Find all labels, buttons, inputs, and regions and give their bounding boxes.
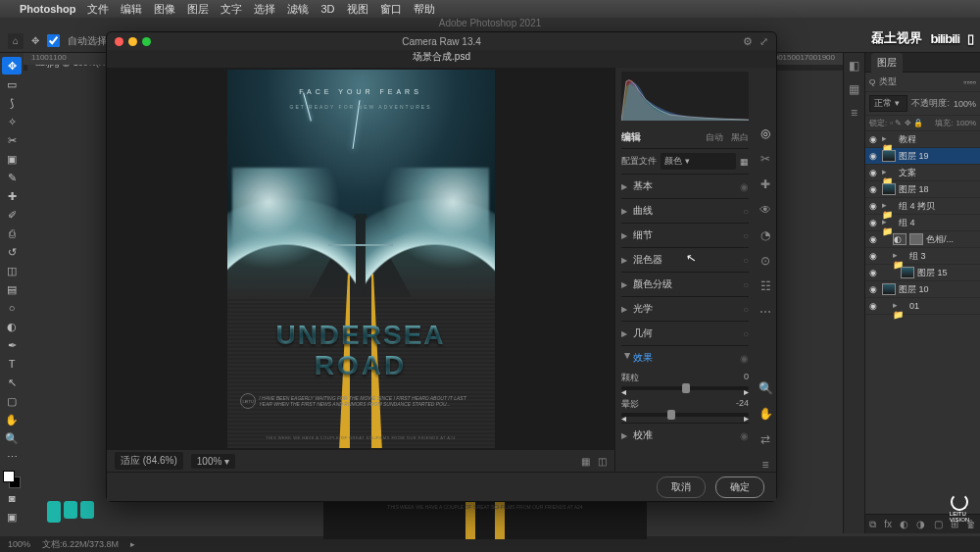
group-icon[interactable]: ▢ xyxy=(934,519,943,529)
layer-row[interactable]: ◉▸ 📁01 xyxy=(865,298,980,315)
menu-view[interactable]: 视图 xyxy=(347,2,368,17)
section-detail[interactable]: ▶细节○ xyxy=(621,223,749,247)
blur-tool[interactable]: ○ xyxy=(2,299,22,317)
visibility-icon[interactable]: ◉ xyxy=(867,201,879,211)
edit-tool-icon[interactable]: ◎ xyxy=(760,126,770,140)
history-brush-tool[interactable]: ↺ xyxy=(2,243,22,261)
menu-file[interactable]: 文件 xyxy=(87,2,109,17)
lasso-tool[interactable]: ⟆ xyxy=(2,94,22,112)
layer-row[interactable]: ◉图层 15 xyxy=(865,265,980,281)
crop-tool-icon[interactable]: ✂ xyxy=(760,152,770,166)
quickmask-tool[interactable]: ◙ xyxy=(2,489,22,507)
eye-icon[interactable]: ○ xyxy=(743,255,749,266)
pen-tool[interactable]: ✒ xyxy=(2,336,22,354)
bw-button[interactable]: 黑白 xyxy=(731,131,749,144)
section-basic[interactable]: ▶基本◉ xyxy=(621,174,749,198)
edit-toolbar[interactable]: ⋯ xyxy=(2,448,22,466)
eye-icon[interactable]: ◉ xyxy=(740,430,749,441)
layer-row[interactable]: ◉▸ 📁组 4 xyxy=(865,215,980,231)
profile-browse-icon[interactable]: ▦ xyxy=(740,157,749,167)
path-tool[interactable]: ↖ xyxy=(2,374,22,391)
eye-icon[interactable]: ○ xyxy=(743,279,749,290)
more-tool-icon[interactable]: ⋯ xyxy=(760,305,771,319)
eyedropper-tool[interactable]: ✎ xyxy=(2,169,22,186)
profile-dropdown[interactable]: 颜色 ▾ xyxy=(661,153,736,170)
status-zoom[interactable]: 100% xyxy=(8,539,30,549)
crop-tool[interactable]: ✂ xyxy=(2,131,22,149)
color-panel-icon[interactable]: ◧ xyxy=(849,59,859,73)
auto-button[interactable]: 自动 xyxy=(706,131,723,144)
vignette-slider[interactable]: ◂▸ xyxy=(621,413,749,417)
hand-icon[interactable]: ✋ xyxy=(759,407,773,421)
ok-button[interactable]: 确定 xyxy=(715,477,764,498)
history-panel-icon[interactable]: ≡ xyxy=(851,106,858,120)
layer-row[interactable]: ◉图层 19 xyxy=(865,148,980,165)
gradient-tool[interactable]: ▤ xyxy=(2,280,22,298)
layer-row[interactable]: ◉▸ 📁文案 xyxy=(865,165,980,181)
visibility-icon[interactable]: ◉ xyxy=(867,234,879,244)
layer-row[interactable]: ◉图层 18 xyxy=(865,181,980,198)
grain-value[interactable]: 0 xyxy=(744,372,749,384)
eye-icon[interactable]: ○ xyxy=(743,304,749,315)
vignette-value[interactable]: -24 xyxy=(736,398,749,411)
visibility-icon[interactable]: ◉ xyxy=(867,251,879,261)
menu-filter[interactable]: 滤镜 xyxy=(287,2,309,17)
menu-edit[interactable]: 编辑 xyxy=(121,2,142,17)
visibility-icon[interactable]: ◉ xyxy=(867,218,879,227)
swatches-panel-icon[interactable]: ▦ xyxy=(849,82,859,96)
fill-value[interactable]: 100% xyxy=(956,119,976,127)
type-tool[interactable]: T xyxy=(2,355,22,373)
craw-canvas[interactable]: FACE YOUR FEARS GET READY FOR NEW ADVENT… xyxy=(107,68,614,450)
opacity-value[interactable]: 100% xyxy=(954,99,976,109)
fit-zoom-dropdown[interactable]: 适应 (84.6%) xyxy=(115,452,183,470)
eye-icon[interactable]: ○ xyxy=(743,230,749,241)
hand-tool[interactable]: ✋ xyxy=(2,411,22,428)
screenmode-tool[interactable]: ▣ xyxy=(2,508,22,526)
histogram[interactable] xyxy=(621,72,749,121)
toggle-icon[interactable]: ⇄ xyxy=(760,432,770,446)
zoom-pct-dropdown[interactable]: 100% ▾ xyxy=(191,454,235,469)
eye-icon[interactable]: ○ xyxy=(743,206,749,217)
heal-tool-icon[interactable]: ✚ xyxy=(760,177,770,191)
brush-tool[interactable]: ✐ xyxy=(2,206,22,224)
visibility-icon[interactable]: ◉ xyxy=(867,168,879,177)
zoom-tool[interactable]: 🔍 xyxy=(2,429,22,447)
heal-tool[interactable]: ✚ xyxy=(2,187,22,205)
menu-window[interactable]: 窗口 xyxy=(380,2,402,17)
mask-tool-icon[interactable]: ◔ xyxy=(760,228,770,242)
visibility-icon[interactable]: ◉ xyxy=(867,151,879,161)
menu-text[interactable]: 文字 xyxy=(220,2,242,17)
menu-select[interactable]: 选择 xyxy=(254,2,275,17)
layer-row[interactable]: ◉▸ 📁组 3 xyxy=(865,248,980,265)
frame-tool[interactable]: ▣ xyxy=(2,150,22,168)
layer-row[interactable]: ◉图层 10 xyxy=(865,281,980,298)
section-optics[interactable]: ▶光学○ xyxy=(621,296,749,321)
shape-tool[interactable]: ▢ xyxy=(2,392,22,410)
link-layers-icon[interactable]: ⧉ xyxy=(869,519,876,530)
app-name[interactable]: Photoshop xyxy=(20,3,75,15)
eye-icon[interactable]: ◉ xyxy=(740,353,749,364)
section-geom[interactable]: ▶几何○ xyxy=(621,321,749,345)
grid-view-icon[interactable]: ▦ xyxy=(581,456,590,467)
section-grade[interactable]: ▶颜色分级○ xyxy=(621,272,749,296)
redeye-tool-icon[interactable]: ⊙ xyxy=(760,254,770,268)
move-tool[interactable]: ✥ xyxy=(2,57,22,75)
layers-tab[interactable]: 图层 xyxy=(871,53,903,73)
mask-icon[interactable]: ◐ xyxy=(900,519,908,529)
wand-tool[interactable]: ✧ xyxy=(2,113,22,130)
fx-icon[interactable]: fx xyxy=(884,519,892,529)
section-curve[interactable]: ▶曲线○ xyxy=(621,198,749,223)
visibility-icon[interactable]: ◉ xyxy=(867,134,879,144)
compare-view-icon[interactable]: ◫ xyxy=(598,456,607,467)
menu-image[interactable]: 图像 xyxy=(154,2,175,17)
menu-help[interactable]: 帮助 xyxy=(414,2,435,17)
preset-tool-icon[interactable]: ☷ xyxy=(760,279,771,293)
menu-3d[interactable]: 3D xyxy=(320,3,334,15)
zoom-in-icon[interactable]: 🔍 xyxy=(759,381,773,395)
layer-row[interactable]: ◉▸ 📁组 4 拷贝 xyxy=(865,198,980,215)
blend-mode-dropdown[interactable]: 正常 ▾ xyxy=(869,95,907,112)
section-mixer[interactable]: ▶混色器○ xyxy=(621,247,749,272)
menu-layer[interactable]: 图层 xyxy=(187,2,209,17)
eye-icon[interactable]: ○ xyxy=(743,328,749,339)
options-icon[interactable]: ≡ xyxy=(761,458,768,472)
